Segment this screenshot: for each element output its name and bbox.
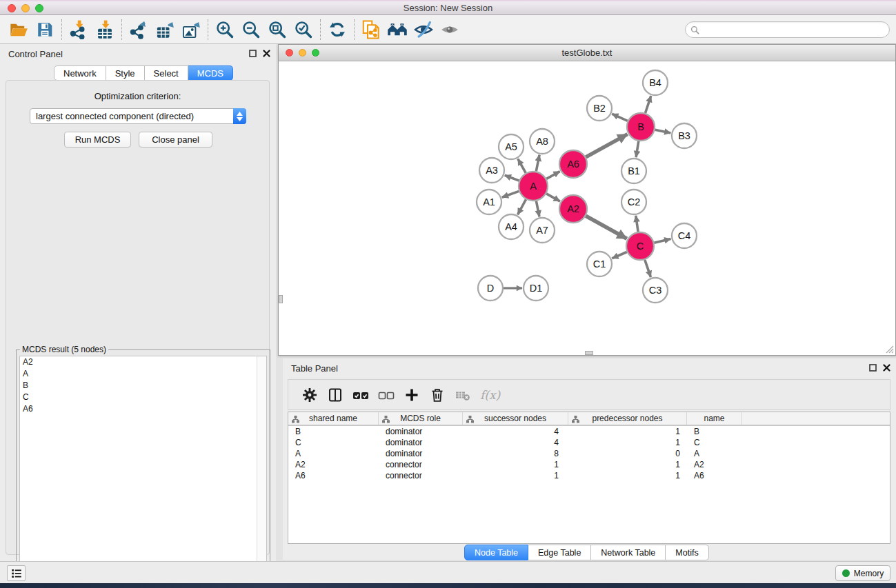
edge-C-C4[interactable] <box>654 239 670 243</box>
network-canvas[interactable]: B4B2BB3A5A8A6A3AB1A1C2A4A7A2C4CC1DD1C3 <box>279 61 895 355</box>
tab-network[interactable]: Network <box>54 65 106 81</box>
graph-node-A6[interactable]: A6 <box>559 150 587 178</box>
zoom-fit-button[interactable] <box>264 17 290 42</box>
edge-A2-C[interactable] <box>586 216 627 239</box>
close-panel-icon[interactable] <box>883 364 890 372</box>
mcds-result-item[interactable]: A <box>20 368 266 380</box>
edge-A-A3[interactable] <box>505 175 519 181</box>
home-layout-button[interactable] <box>384 17 410 42</box>
column-header-successor-nodes[interactable]: successor nodes <box>463 412 568 425</box>
edge-A-A2[interactable] <box>546 194 560 201</box>
column-header-MCDS-role[interactable]: MCDS role <box>379 412 463 425</box>
select-all-checks-button[interactable] <box>348 382 373 408</box>
export-network-button[interactable] <box>126 17 152 42</box>
open-session-button[interactable] <box>6 17 32 42</box>
edge-A-A7[interactable] <box>536 201 539 217</box>
mcds-result-list[interactable]: A2ABCA6 <box>19 356 267 579</box>
table-row[interactable]: A2connector11A2 <box>288 459 890 470</box>
close-panel-icon[interactable] <box>263 50 270 57</box>
tab-network-table[interactable]: Network Table <box>591 545 666 560</box>
hide-selected-button[interactable] <box>410 17 437 42</box>
run-mcds-button[interactable]: Run MCDS <box>64 132 131 148</box>
edge-B-B2[interactable] <box>612 114 628 121</box>
show-all-button[interactable] <box>437 17 463 42</box>
graph-node-A2[interactable]: A2 <box>559 195 587 223</box>
edge-A-A6[interactable] <box>546 172 559 179</box>
edge-B-B1[interactable] <box>636 141 639 158</box>
criterion-dropdown[interactable]: largest connected component (directed) <box>30 108 246 124</box>
graph-node-A8[interactable]: A8 <box>530 129 555 154</box>
graph-node-B4[interactable]: B4 <box>643 70 668 95</box>
import-network-button[interactable] <box>66 17 92 42</box>
mcds-result-item[interactable]: A6 <box>20 403 266 415</box>
edge-A-A4[interactable] <box>518 199 526 214</box>
graph-node-A5[interactable]: A5 <box>499 134 524 159</box>
tab-edge-table[interactable]: Edge Table <box>528 545 591 560</box>
edge-C-C3[interactable] <box>645 260 651 277</box>
graph-node-D[interactable]: D <box>478 276 503 301</box>
mcds-result-item[interactable]: C <box>20 392 266 403</box>
result-scrollbar[interactable] <box>257 356 266 578</box>
graph-node-B3[interactable]: B3 <box>672 123 697 148</box>
import-table-button[interactable] <box>92 17 118 42</box>
graph-node-A4[interactable]: A4 <box>499 214 524 239</box>
show-columns-button[interactable] <box>322 382 348 408</box>
tab-motifs[interactable]: Motifs <box>666 545 708 560</box>
graph-node-B2[interactable]: B2 <box>587 96 612 121</box>
delete-table-button[interactable] <box>450 382 475 408</box>
column-header-name[interactable]: name <box>687 412 742 425</box>
vertical-scroll-nub[interactable] <box>279 295 283 303</box>
graph-node-C2[interactable]: C2 <box>621 190 646 214</box>
graph-node-D1[interactable]: D1 <box>524 276 548 301</box>
graph-node-C3[interactable]: C3 <box>643 278 668 303</box>
graph-node-A1[interactable]: A1 <box>477 190 501 214</box>
tab-select[interactable]: Select <box>145 65 188 81</box>
zoom-out-button[interactable] <box>238 17 264 42</box>
edge-A-A1[interactable] <box>502 191 519 197</box>
resize-grip-icon[interactable] <box>885 345 894 354</box>
tab-style[interactable]: Style <box>106 65 145 81</box>
table-row[interactable]: Adominator80A <box>288 448 890 459</box>
save-session-button[interactable] <box>32 17 58 42</box>
edge-A-A8[interactable] <box>536 155 539 172</box>
graph-node-A[interactable]: A <box>519 172 548 201</box>
task-history-button[interactable] <box>7 565 26 581</box>
table-row[interactable]: A6connector11A6 <box>288 470 890 481</box>
search-field[interactable] <box>685 21 890 38</box>
graph-node-A7[interactable]: A7 <box>530 218 555 243</box>
column-settings-button[interactable] <box>297 382 322 408</box>
function-builder-button[interactable]: f(x) <box>480 388 500 402</box>
edge-B-B3[interactable] <box>655 130 671 133</box>
export-table-button[interactable] <box>152 17 178 42</box>
graph-node-C1[interactable]: C1 <box>587 252 612 276</box>
edge-A-A5[interactable] <box>518 159 526 172</box>
edge-C-C2[interactable] <box>636 216 638 232</box>
export-image-button[interactable] <box>178 17 204 42</box>
float-panel-icon[interactable] <box>869 364 877 372</box>
zoom-selected-button[interactable] <box>290 17 317 42</box>
clone-network-button[interactable] <box>358 17 384 42</box>
refresh-view-button[interactable] <box>324 17 350 42</box>
close-panel-button[interactable]: Close panel <box>139 132 212 148</box>
search-input[interactable] <box>703 23 889 37</box>
tab-node-table[interactable]: Node Table <box>464 545 528 560</box>
zoom-in-button[interactable] <box>212 17 238 42</box>
float-panel-icon[interactable] <box>249 50 257 57</box>
deselect-all-checks-button[interactable] <box>373 382 399 408</box>
column-header-shared-name[interactable]: shared name <box>288 412 379 425</box>
column-header-predecessor-nodes[interactable]: predecessor nodes <box>568 412 687 425</box>
edge-A6-B[interactable] <box>586 134 627 157</box>
horizontal-scroll-nub[interactable] <box>585 351 593 355</box>
add-row-button[interactable] <box>399 382 424 408</box>
graph-node-A3[interactable]: A3 <box>479 158 504 183</box>
memory-button[interactable]: Memory <box>835 565 890 581</box>
edge-B-B4[interactable] <box>646 96 651 113</box>
mcds-result-item[interactable]: B <box>20 380 266 392</box>
delete-row-button[interactable] <box>424 382 450 408</box>
graph-node-C4[interactable]: C4 <box>672 223 697 248</box>
table-row[interactable]: Bdominator41B <box>288 426 890 437</box>
mcds-result-item[interactable]: A2 <box>20 356 266 368</box>
table-row[interactable]: Cdominator41C <box>288 437 890 448</box>
graph-node-C[interactable]: C <box>626 232 654 260</box>
graph-node-B1[interactable]: B1 <box>621 159 646 183</box>
